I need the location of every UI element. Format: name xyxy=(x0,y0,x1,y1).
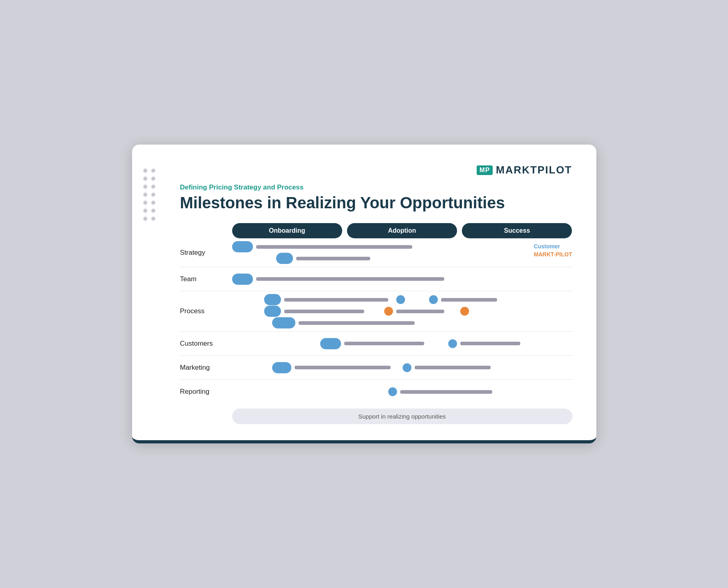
rows-area: Strategy xyxy=(180,238,572,404)
track xyxy=(232,307,572,316)
support-bar: Support in realizing opportunities xyxy=(232,409,572,424)
row-tracks-team xyxy=(232,275,572,284)
logo: MP MARKTPILOT xyxy=(477,164,572,176)
pill-blue xyxy=(272,317,295,328)
track xyxy=(232,254,572,263)
dot-orange xyxy=(384,307,393,316)
row-label-marketing: Marketing xyxy=(180,364,232,372)
pill-blue xyxy=(232,274,253,285)
row-label-strategy: Strategy xyxy=(180,249,232,257)
bar xyxy=(299,321,415,325)
pill-blue xyxy=(320,338,341,349)
row-label-process: Process xyxy=(180,307,232,315)
bar xyxy=(415,366,491,369)
bar xyxy=(460,342,520,345)
phase-adoption: Adoption xyxy=(347,223,457,238)
row-label-customers: Customers xyxy=(180,340,232,348)
bar xyxy=(296,257,370,260)
chart-container: Onboarding Adoption Success Customer MAR… xyxy=(180,223,572,424)
bar xyxy=(295,366,391,369)
track xyxy=(232,318,572,327)
table-row: Process xyxy=(180,291,572,332)
bar xyxy=(284,310,364,313)
phase-success: Success xyxy=(462,223,572,238)
dot-blue xyxy=(396,295,405,304)
track xyxy=(232,363,572,372)
dot-blue xyxy=(388,387,397,396)
table-row: Strategy xyxy=(180,238,572,267)
dot-blue xyxy=(403,363,411,372)
phase-header: Onboarding Adoption Success xyxy=(232,223,572,238)
track xyxy=(232,339,572,348)
table-row: Team xyxy=(180,267,572,291)
main-card: MP MARKTPILOT Defining Pricing Strategy … xyxy=(132,145,596,443)
logo-text: MARKTPILOT xyxy=(496,164,572,176)
row-tracks-reporting xyxy=(232,387,572,396)
table-row: Customers xyxy=(180,332,572,356)
row-tracks-process xyxy=(232,295,572,327)
row-label-team: Team xyxy=(180,275,232,283)
dot-blue xyxy=(429,295,438,304)
dot-blue xyxy=(448,339,457,348)
subtitle: Defining Pricing Strategy and Process xyxy=(180,183,572,191)
bar xyxy=(256,245,412,249)
row-label-reporting: Reporting xyxy=(180,388,232,396)
row-tracks-customers xyxy=(232,339,572,348)
logo-icon: MP xyxy=(477,165,493,175)
bar xyxy=(396,310,444,313)
bar xyxy=(256,277,444,281)
row-tracks-marketing xyxy=(232,363,572,372)
pill-blue xyxy=(264,294,281,305)
pill-blue xyxy=(232,241,253,252)
dot-orange xyxy=(460,307,469,316)
phase-onboarding: Onboarding xyxy=(232,223,342,238)
logo-area: MP MARKTPILOT xyxy=(156,164,572,176)
pill-blue xyxy=(272,362,291,373)
track xyxy=(232,387,572,396)
table-row: Marketing xyxy=(180,356,572,380)
main-title: Milestones in Realizing Your Opportuniti… xyxy=(180,194,572,212)
dots-decoration xyxy=(143,169,155,221)
row-tracks-strategy xyxy=(232,242,572,263)
track xyxy=(232,275,572,284)
bar xyxy=(400,390,492,394)
bar xyxy=(441,298,497,302)
pill-blue xyxy=(264,306,281,317)
track xyxy=(232,242,572,251)
bar xyxy=(284,298,388,302)
table-row: Reporting xyxy=(180,380,572,404)
bar xyxy=(344,342,424,345)
track xyxy=(232,295,572,304)
pill-blue xyxy=(276,253,293,264)
